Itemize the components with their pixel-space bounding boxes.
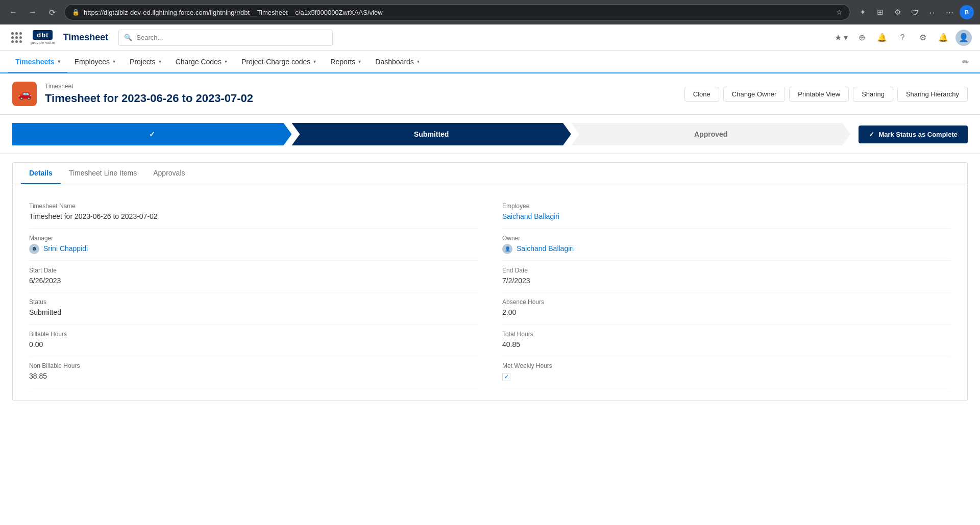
app-launcher[interactable] <box>8 30 24 46</box>
employee-value[interactable]: Saichand Ballagiri <box>502 212 951 222</box>
record-tabs: Details Timesheet Line Items Approvals <box>13 163 967 184</box>
employee-label: Employee <box>502 203 951 210</box>
status-step-approved: Approved <box>571 123 850 145</box>
browser-shield-btn[interactable]: 🛡 <box>908 5 922 19</box>
printable-view-button[interactable]: Printable View <box>789 87 849 102</box>
launcher-dots-row2 <box>11 36 22 39</box>
nav-tab-projects[interactable]: Projects ▾ <box>122 51 168 73</box>
logo-text: dbt <box>33 30 53 40</box>
sf-app: dbt provide value Timesheet 🔍 ★ ▾ ⊕ 🔔 ? … <box>0 24 980 525</box>
address-bar[interactable]: 🔒 https://digtalbiz-dev-ed.lightning.for… <box>64 4 850 20</box>
forward-button[interactable]: → <box>26 5 40 19</box>
record-type: Timesheet <box>45 83 676 90</box>
nav-tab-employees-label: Employees <box>75 58 110 66</box>
total-hours-value: 40.85 <box>502 340 951 350</box>
nav-tab-project-charge-codes[interactable]: Project-Charge codes ▾ <box>234 51 323 73</box>
field-owner: Owner 👤 Saichand Ballagiri ✏ <box>502 229 951 261</box>
nav-tab-employees[interactable]: Employees ▾ <box>67 51 122 73</box>
reports-caret: ▾ <box>358 59 361 64</box>
notifications-button[interactable]: 🔔 <box>935 30 951 46</box>
search-icon: 🔍 <box>124 34 132 41</box>
tab-approvals[interactable]: Approvals <box>145 163 193 184</box>
status-step-submitted: Submitted <box>291 123 571 145</box>
logo-subtitle: provide value <box>31 40 55 45</box>
status-bar: ✓ Submitted Approved ✓ Mark Status as Co… <box>0 115 980 154</box>
nav-tabs: Timesheets ▾ Employees ▾ Projects ▾ Char… <box>0 51 980 73</box>
submitted-label: Submitted <box>414 130 449 138</box>
field-manager: Manager ⚙ Srini Chappidi ✏ <box>29 229 478 261</box>
nav-tab-projects-label: Projects <box>130 58 156 66</box>
search-input[interactable] <box>136 34 327 41</box>
tab-timesheet-line-items[interactable]: Timesheet Line Items <box>61 163 145 184</box>
mark-complete-label: Mark Status as Complete <box>878 131 958 138</box>
browser-menu-btn[interactable]: ⋯ <box>942 5 957 19</box>
billable-hours-value: 0.00 <box>29 340 478 350</box>
projects-caret: ▾ <box>159 59 161 64</box>
sharing-button[interactable]: Sharing <box>853 87 893 102</box>
status-action: ✓ Mark Status as Complete <box>859 126 968 143</box>
tab-details-label: Details <box>29 169 53 177</box>
sharing-hierarchy-button[interactable]: Sharing Hierarchy <box>897 87 968 102</box>
start-date-value: 6/26/2023 <box>29 276 478 286</box>
timesheet-name-label: Timesheet Name <box>29 203 478 210</box>
refresh-button[interactable]: ⟳ <box>45 5 59 19</box>
charge-codes-caret: ▾ <box>225 59 227 64</box>
nav-tab-dashboards[interactable]: Dashboards ▾ <box>368 51 427 73</box>
clone-button[interactable]: Clone <box>684 87 719 102</box>
start-date-label: Start Date <box>29 267 478 274</box>
field-status: Status Submitted ✏ <box>29 292 478 324</box>
met-weekly-hours-value: ✓ <box>502 371 951 382</box>
timesheets-caret: ▾ <box>58 59 60 64</box>
dashboards-caret: ▾ <box>417 59 420 64</box>
browser-sync-btn[interactable]: ↔ <box>925 5 939 19</box>
help-button[interactable]: ? <box>894 30 911 46</box>
browser-chrome: ← → ⟳ 🔒 https://digtalbiz-dev-ed.lightni… <box>0 0 980 24</box>
nav-tab-timesheets[interactable]: Timesheets ▾ <box>8 51 67 73</box>
topnav-actions: ★ ▾ ⊕ 🔔 ? ⚙ 🔔 👤 <box>833 30 972 46</box>
launcher-dots-row3 <box>11 40 22 43</box>
field-met-weekly-hours: Met Weekly Hours ✓ ✏ <box>502 356 951 388</box>
non-billable-hours-value: 38.85 <box>29 371 478 382</box>
nav-tab-reports-label: Reports <box>330 58 355 66</box>
page-actions: Clone Change Owner Printable View Sharin… <box>684 87 968 102</box>
browser-ai-btn[interactable]: ✦ <box>855 5 870 19</box>
field-absence-hours: Absence Hours 2.00 ✏ <box>502 292 951 324</box>
non-billable-hours-label: Non Billable Hours <box>29 362 478 369</box>
field-timesheet-name: Timesheet Name Timesheet for 2023-06-26 … <box>29 196 478 229</box>
notifications-bell[interactable]: 🔔 <box>874 30 890 46</box>
employees-caret: ▾ <box>113 59 115 64</box>
end-date-label: End Date <box>502 267 951 274</box>
browser-extensions-btn[interactable]: ⚙ <box>890 5 904 19</box>
met-weekly-hours-checkbox: ✓ <box>502 373 510 381</box>
owner-value[interactable]: Saichand Ballagiri <box>517 244 574 254</box>
field-start-date: Start Date 6/26/2023 ✏ <box>29 261 478 293</box>
manager-value[interactable]: Srini Chappidi <box>43 244 88 254</box>
tab-details[interactable]: Details <box>21 163 61 184</box>
nav-tab-charge-codes[interactable]: Charge Codes ▾ <box>168 51 234 73</box>
record-title: Timesheet for 2023-06-26 to 2023-07-02 <box>45 92 676 105</box>
user-avatar[interactable]: 👤 <box>955 30 972 46</box>
sf-logo: dbt provide value <box>31 30 55 45</box>
browser-profile[interactable]: B <box>960 5 974 19</box>
back-button[interactable]: ← <box>6 5 20 19</box>
total-hours-label: Total Hours <box>502 331 951 338</box>
nav-edit-button[interactable]: ✏ <box>959 54 972 70</box>
app-name: Timesheet <box>63 32 109 43</box>
step1-checkmark: ✓ <box>149 130 155 138</box>
field-total-hours: Total Hours 40.85 ✏ <box>502 324 951 357</box>
timesheet-name-value: Timesheet for 2023-06-26 to 2023-07-02 <box>29 212 478 222</box>
mark-complete-button[interactable]: ✓ Mark Status as Complete <box>859 126 968 143</box>
nav-tab-reports[interactable]: Reports ▾ <box>323 51 368 73</box>
favorites-button[interactable]: ★ ▾ <box>833 30 849 46</box>
browser-actions: ✦ ⊞ ⚙ 🛡 ↔ ⋯ B <box>855 5 974 19</box>
browser-bookmark-btn[interactable]: ⊞ <box>873 5 887 19</box>
fields-section: Timesheet Name Timesheet for 2023-06-26 … <box>13 184 967 401</box>
change-owner-button[interactable]: Change Owner <box>723 87 785 102</box>
settings-button[interactable]: ⚙ <box>915 30 931 46</box>
record-icon-glyph: 🚗 <box>18 87 32 101</box>
search-box[interactable]: 🔍 <box>118 30 333 46</box>
top-nav: dbt provide value Timesheet 🔍 ★ ▾ ⊕ 🔔 ? … <box>0 24 980 51</box>
add-button[interactable]: ⊕ <box>853 30 870 46</box>
approved-label: Approved <box>694 130 727 138</box>
field-employee: Employee Saichand Ballagiri ✏ <box>502 196 951 229</box>
